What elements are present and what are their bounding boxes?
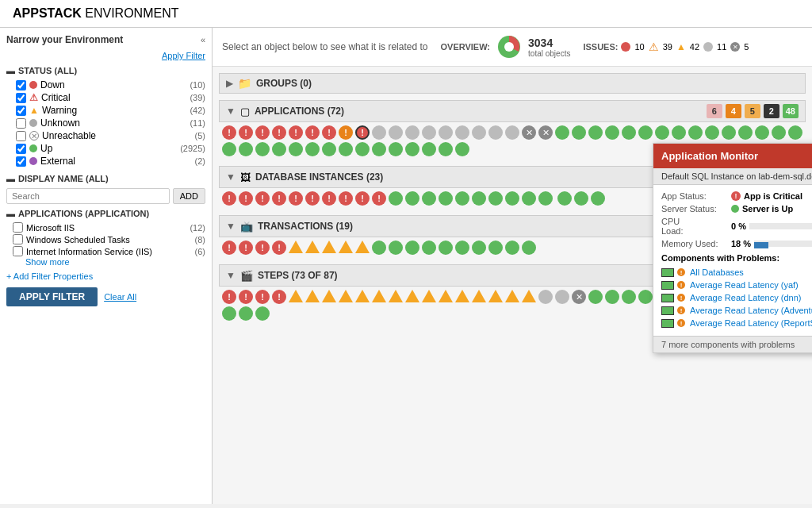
step-obj-green[interactable] bbox=[605, 290, 619, 304]
app-obj-green[interactable] bbox=[439, 142, 453, 156]
tr-obj-green[interactable] bbox=[488, 241, 503, 255]
popup-component-5[interactable]: ! Average Read Latency (ReportServerTemp… bbox=[661, 317, 812, 329]
status-section-header[interactable]: ▬ STATUS (ALL) bbox=[6, 66, 205, 75]
popup-component-1[interactable]: ! All Databases bbox=[661, 266, 812, 279]
step-obj-gray[interactable] bbox=[538, 290, 553, 304]
filter-checkbox-warning[interactable] bbox=[16, 106, 26, 116]
app-obj[interactable]: ! bbox=[222, 125, 236, 140]
tr-obj-green[interactable] bbox=[455, 241, 469, 255]
filter-label-unknown[interactable]: Unknown bbox=[16, 117, 186, 129]
popup-component-3[interactable]: ! Average Read Latency (dnn) bbox=[661, 291, 812, 304]
app-obj-green[interactable] bbox=[588, 125, 603, 140]
tr-obj-warn[interactable] bbox=[322, 241, 336, 253]
app-obj-gray[interactable] bbox=[372, 125, 386, 140]
app-obj[interactable]: ! bbox=[289, 125, 303, 140]
db-obj-green[interactable] bbox=[522, 191, 536, 206]
app-obj-gray[interactable] bbox=[389, 125, 403, 140]
tr-obj-green[interactable] bbox=[505, 241, 519, 255]
filter-label-external[interactable]: External bbox=[16, 156, 192, 167]
app-obj-gray[interactable] bbox=[439, 125, 453, 140]
app-obj-green[interactable] bbox=[305, 142, 320, 156]
db-obj-green[interactable] bbox=[505, 191, 519, 206]
app-obj[interactable]: ! bbox=[255, 125, 270, 140]
db-obj-green2[interactable] bbox=[557, 191, 572, 206]
app-obj[interactable]: ! bbox=[239, 125, 253, 140]
filter-checkbox-iis2[interactable] bbox=[13, 246, 23, 256]
groups-section-row[interactable]: ▶ 📁 GROUPS (0) bbox=[219, 73, 806, 94]
step-obj-x[interactable]: ✕ bbox=[572, 290, 586, 304]
step-obj[interactable]: ! bbox=[255, 290, 270, 304]
filter-checkbox-critical[interactable] bbox=[16, 93, 26, 103]
step-obj-warn[interactable] bbox=[472, 290, 486, 302]
search-input[interactable] bbox=[6, 188, 170, 204]
step-obj-warn[interactable] bbox=[389, 290, 403, 302]
filter-checkbox-up[interactable] bbox=[16, 144, 26, 154]
app-obj[interactable]: ! bbox=[272, 125, 286, 140]
db-obj[interactable]: ! bbox=[322, 191, 336, 206]
app-obj-green[interactable] bbox=[605, 125, 619, 140]
step-obj-warn[interactable] bbox=[439, 290, 453, 302]
tr-obj-warn[interactable] bbox=[289, 241, 303, 253]
filter-checkbox-unreachable[interactable] bbox=[16, 131, 26, 141]
app-obj-green[interactable] bbox=[655, 125, 669, 140]
filter-label-critical[interactable]: ⚠ Critical bbox=[16, 92, 186, 103]
db-obj[interactable]: ! bbox=[289, 191, 303, 206]
filter-label-unreachable[interactable]: ✕ Unreachable bbox=[16, 130, 192, 141]
app-obj-gray[interactable] bbox=[422, 125, 436, 140]
app-obj-green[interactable] bbox=[339, 142, 353, 156]
applications-filter-header[interactable]: ▬ APPLICATIONS (APPLICATION) bbox=[6, 209, 205, 218]
step-obj-warn[interactable] bbox=[322, 290, 336, 302]
popup-more-components[interactable]: 7 more components with problems bbox=[653, 336, 812, 352]
app-obj-gray[interactable] bbox=[405, 125, 419, 140]
filter-label-down[interactable]: Down bbox=[16, 79, 186, 90]
step-obj-warn[interactable] bbox=[488, 290, 503, 302]
tr-obj[interactable]: ! bbox=[272, 241, 286, 255]
app-obj-green[interactable] bbox=[372, 142, 386, 156]
step-obj-warn[interactable] bbox=[355, 290, 370, 302]
show-more-link[interactable]: Show more bbox=[6, 257, 205, 267]
db-obj-green[interactable] bbox=[439, 191, 453, 206]
db-obj-green2[interactable] bbox=[591, 191, 605, 206]
tr-obj-warn[interactable] bbox=[305, 241, 320, 253]
app-obj-green[interactable] bbox=[672, 125, 686, 140]
db-obj-green[interactable] bbox=[405, 191, 419, 206]
step-obj-warn[interactable] bbox=[455, 290, 469, 302]
step-obj[interactable]: ! bbox=[272, 290, 286, 304]
app-obj-green[interactable] bbox=[289, 142, 303, 156]
app-obj-green[interactable] bbox=[572, 125, 586, 140]
app-obj-exclaim2[interactable]: ! bbox=[355, 125, 370, 140]
app-obj-green[interactable] bbox=[239, 142, 253, 156]
app-obj-green[interactable] bbox=[422, 142, 436, 156]
tr-obj-warn[interactable] bbox=[355, 241, 370, 253]
step-obj-green[interactable] bbox=[588, 290, 603, 304]
step-obj-warn[interactable] bbox=[289, 290, 303, 302]
step-obj-warn[interactable] bbox=[505, 290, 519, 302]
popup-component-2[interactable]: ! Average Read Latency (yaf) bbox=[661, 279, 812, 291]
app-obj-exclaim[interactable]: ! bbox=[339, 125, 353, 140]
popup-component-4[interactable]: ! Average Read Latency (AdventureWorks20… bbox=[661, 304, 812, 317]
db-obj[interactable]: ! bbox=[372, 191, 386, 206]
applications-section-row[interactable]: ▼ ▢ APPLICATIONS (72) 6 4 5 2 48 bbox=[219, 100, 806, 122]
app-obj-green[interactable] bbox=[405, 142, 419, 156]
app-obj-green[interactable] bbox=[272, 142, 286, 156]
tr-obj-green[interactable] bbox=[522, 241, 536, 255]
filter-checkbox-unknown[interactable] bbox=[16, 118, 26, 129]
app-obj-gray[interactable] bbox=[455, 125, 469, 140]
app-obj-green[interactable] bbox=[455, 142, 469, 156]
app-obj[interactable]: ! bbox=[305, 125, 320, 140]
db-obj[interactable]: ! bbox=[272, 191, 286, 206]
step-obj-green[interactable] bbox=[239, 306, 253, 321]
app-obj-x[interactable]: ✕ bbox=[522, 125, 536, 140]
clear-all-link[interactable]: Clear All bbox=[104, 292, 136, 302]
step-obj-warn[interactable] bbox=[405, 290, 419, 302]
filter-label-up[interactable]: Up bbox=[16, 143, 177, 154]
step-obj-warn[interactable] bbox=[372, 290, 386, 302]
app-obj-green[interactable] bbox=[722, 125, 736, 140]
app-obj-green[interactable] bbox=[222, 142, 236, 156]
step-obj-warn[interactable] bbox=[339, 290, 353, 302]
step-obj-green[interactable] bbox=[638, 290, 653, 304]
filter-label-warning[interactable]: ▲ Warning bbox=[16, 105, 186, 116]
collapse-icon[interactable]: « bbox=[201, 35, 205, 44]
apply-filter-button[interactable]: APPLY FILTER bbox=[6, 287, 98, 306]
tr-obj-warn[interactable] bbox=[339, 241, 353, 253]
